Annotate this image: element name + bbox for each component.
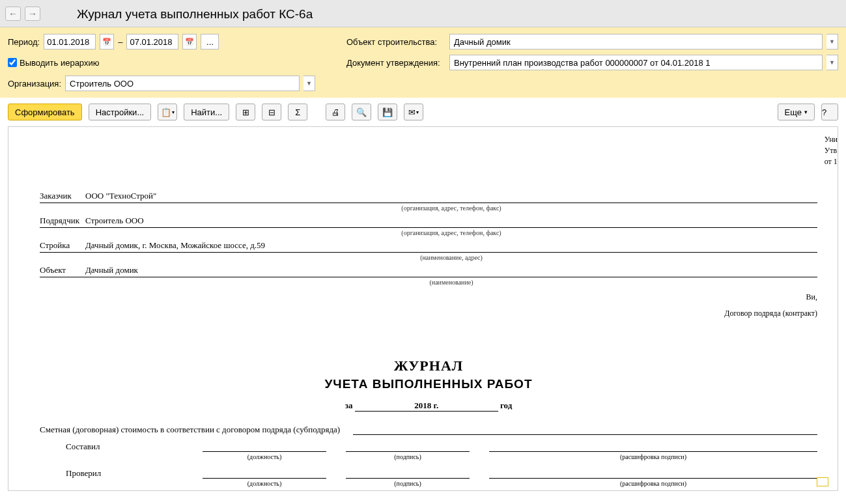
object-r-value: Дачный домик [85,265,817,275]
forward-button[interactable]: → [25,7,40,21]
object-hint: (наименование) [85,277,817,287]
contractor-hint: (организация, адрес, телефон, факс) [85,228,817,238]
clipboard-icon: 📋 [161,107,171,117]
settings-button[interactable]: Настройки... [89,104,152,120]
sign-hint-1: (подпись) [346,453,470,460]
checked-position [203,478,326,479]
year-value: 2018 г. [355,400,498,412]
checked-sign [346,478,470,479]
cost-value-line [353,434,817,435]
collapse-icon: ⊟ [268,107,275,117]
expand-button[interactable]: ⊞ [236,104,255,120]
decrypt-hint-1: (расшифровка подписи) [489,453,817,460]
contractor-value: Строитель ООО [85,216,817,226]
sign-hint-2: (подпись) [346,480,470,487]
save-button[interactable]: 💾 [378,104,397,120]
note-line-3: от 1 [825,157,838,167]
help-button[interactable]: ? [821,104,838,120]
mid-right-1: Ви, [40,292,817,302]
org-dropdown-button[interactable]: ▼ [303,76,315,91]
generate-button[interactable]: Сформировать [8,104,82,120]
variants-button[interactable]: 📋▾ [158,104,177,120]
envelope-icon: ✉ [408,107,416,117]
site-value: Дачный домик, г. Москва, Можайское шоссе… [85,240,817,251]
more-button[interactable]: Еще ▾ [778,104,815,120]
hierarchy-checkbox[interactable] [8,58,17,67]
journal-title-1: ЖУРНАЛ [40,357,817,374]
customer-value: ООО "ТехноСтрой" [85,191,817,201]
sum-button[interactable]: Σ [288,104,307,120]
calendar-from-button[interactable]: 📅 [100,34,114,49]
org-select[interactable]: Строитель ООО [65,76,300,91]
doc-select[interactable]: Внутренний план производства работ 00000… [449,55,823,70]
doc-label: Документ утверждения: [346,58,445,68]
object-select[interactable]: Дачный домик [449,34,823,49]
calendar-icon: 📅 [185,38,194,46]
floppy-icon: 💾 [382,107,393,117]
decrypt-hint-2: (расшифровка подписи) [489,480,817,487]
sigma-icon: Σ [295,107,300,117]
checked-label: Проверил [40,468,183,479]
date-from-input[interactable] [44,34,96,49]
compiled-decrypt [489,451,817,452]
site-label: Стройка [40,240,85,251]
object-r-label: Объект [40,265,85,275]
mid-right-2: Договор подряда (контракт) [40,309,817,318]
back-button[interactable]: ← [5,7,21,21]
cost-label: Сметная (договорная) стоимость в соответ… [40,425,340,435]
date-separator: – [118,37,122,47]
position-hint-1: (должность) [203,453,326,460]
compiled-sign [346,451,470,452]
printer-icon: 🖨 [331,107,340,117]
date-to-input[interactable] [126,34,178,49]
contractor-label: Подрядчик [40,216,85,226]
calendar-icon: 📅 [102,38,111,46]
expand-icon: ⊞ [242,107,249,117]
preview-button[interactable]: 🔍 [352,104,371,120]
org-label: Организация: [8,79,61,89]
compiled-position [203,451,326,452]
god-label: год [500,400,512,410]
note-line-2: Утв [825,146,838,156]
customer-label: Заказчик [40,191,85,201]
print-button[interactable]: 🖨 [326,104,345,120]
calendar-to-button[interactable]: 📅 [182,34,197,49]
selection-indicator [817,477,828,486]
hierarchy-label: Выводить иерархию [20,58,99,68]
compiled-label: Составил [40,441,183,452]
object-dropdown-button[interactable]: ▼ [826,34,838,49]
note-line-1: Уни [825,135,838,145]
za-label: за [345,400,353,410]
site-hint: (наименование, адрес) [85,253,817,262]
page-title: Журнал учета выполненных работ КС-6а [77,6,313,21]
period-select-button[interactable]: ... [201,34,219,49]
report-area[interactable]: Уни Утв от 1 Заказчик ООО "ТехноСтрой" (… [8,126,838,491]
collapse-button[interactable]: ⊟ [262,104,281,120]
object-label: Объект строительства: [346,37,445,47]
position-hint-2: (должность) [203,480,326,487]
doc-dropdown-button[interactable]: ▼ [826,55,838,70]
email-button[interactable]: ✉▾ [404,104,423,120]
find-button[interactable]: Найти... [184,104,229,120]
customer-hint: (организация, адрес, телефон, факс) [85,203,817,213]
journal-title-2: УЧЕТА ВЫПОЛНЕННЫХ РАБОТ [40,377,817,391]
checked-decrypt [489,478,817,479]
preview-icon: 🔍 [356,107,367,117]
period-label: Период: [8,37,40,47]
